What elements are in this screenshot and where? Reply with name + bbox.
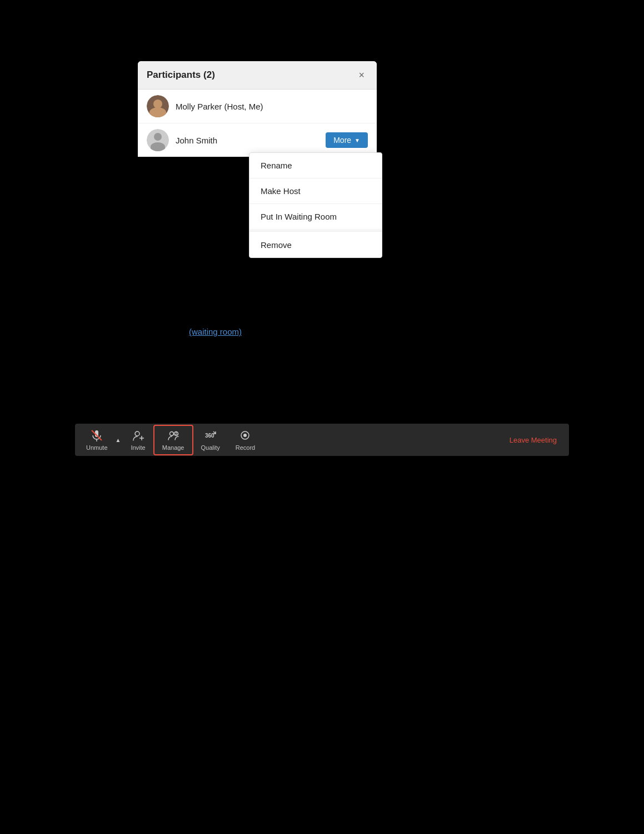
quality-label: Quality: [201, 444, 220, 451]
panel-header: Participants (2) ×: [138, 61, 377, 89]
waiting-room-link[interactable]: (waiting room): [189, 327, 242, 336]
unmute-label: Unmute: [86, 444, 108, 451]
manage-button[interactable]: 2 Manage: [153, 425, 193, 455]
quality-button[interactable]: 360 Quality: [193, 426, 228, 454]
svg-point-3: [135, 431, 139, 436]
record-label: Record: [236, 444, 255, 451]
record-icon: [239, 429, 251, 443]
dropdown-item-remove[interactable]: Remove: [249, 232, 382, 257]
unmute-button[interactable]: Unmute: [81, 426, 113, 454]
svg-point-11: [243, 434, 247, 437]
dropdown-divider: [249, 231, 382, 231]
svg-text:360: 360: [205, 433, 214, 439]
manage-label: Manage: [162, 444, 184, 451]
svg-text:2: 2: [175, 431, 177, 435]
invite-button[interactable]: Invite: [123, 426, 153, 454]
svg-point-6: [169, 431, 173, 435]
avatar-molly: [147, 95, 169, 117]
dropdown-item-put-in-waiting-room[interactable]: Put In Waiting Room: [249, 204, 382, 230]
close-button[interactable]: ×: [355, 69, 368, 81]
unmute-chevron-up-icon[interactable]: ▲: [113, 437, 123, 443]
invite-label: Invite: [131, 444, 145, 451]
avatar-image-molly: [147, 95, 169, 117]
more-button[interactable]: More ▼: [326, 132, 368, 148]
dropdown-item-rename[interactable]: Rename: [249, 153, 382, 178]
avatar-image-john: [147, 129, 169, 151]
manage-icon: 2: [167, 429, 179, 443]
unmute-group: Unmute ▲: [81, 426, 123, 454]
participant-item-molly: Molly Parker (Host, Me): [138, 90, 377, 123]
participant-item-john: John Smith More ▼ Rename Make Host Put I…: [138, 123, 377, 157]
toolbar: Unmute ▲ Invite 2 Manage: [75, 424, 569, 456]
more-button-label: More: [333, 136, 351, 145]
dropdown-item-make-host[interactable]: Make Host: [249, 178, 382, 204]
mic-icon: [91, 429, 103, 443]
quality-icon: 360: [204, 429, 217, 443]
invite-icon: [132, 429, 144, 443]
participant-name-john: John Smith: [176, 136, 326, 145]
participant-name-molly: Molly Parker (Host, Me): [176, 102, 368, 111]
participants-panel: Participants (2) × Molly Parker (Host, M…: [138, 61, 377, 157]
chevron-down-icon: ▼: [355, 137, 360, 143]
leave-meeting-button[interactable]: Leave Meeting: [503, 433, 563, 448]
panel-title: Participants (2): [147, 70, 215, 81]
more-dropdown-menu: Rename Make Host Put In Waiting Room Rem…: [249, 152, 382, 258]
avatar-john: [147, 129, 169, 151]
record-button[interactable]: Record: [228, 426, 263, 454]
panel-body: Molly Parker (Host, Me) John Smith More …: [138, 89, 377, 157]
